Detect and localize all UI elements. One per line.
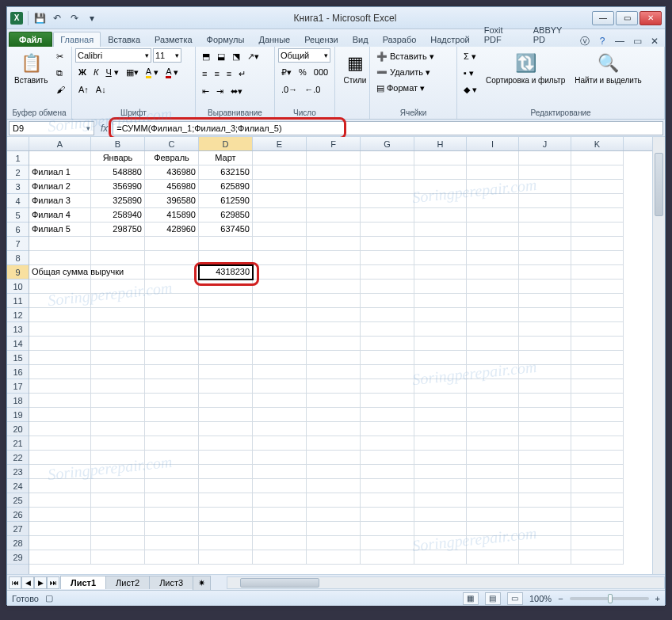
cell[interactable]	[307, 322, 361, 337]
tab-home[interactable]: Главная	[53, 32, 101, 47]
cell[interactable]	[414, 351, 467, 365]
cells[interactable]: ЯнварьФевральМартФилиал 1548880436980632…	[29, 151, 652, 574]
cell[interactable]	[253, 265, 307, 280]
cell[interactable]	[253, 479, 307, 493]
cell[interactable]	[361, 237, 414, 251]
cell[interactable]	[199, 351, 253, 365]
cell[interactable]	[145, 265, 199, 280]
redo-icon[interactable]: ↷	[68, 12, 81, 25]
row-header-21[interactable]: 21	[7, 436, 29, 451]
doc-restore-icon[interactable]: ▭	[632, 36, 643, 47]
cell[interactable]	[145, 251, 199, 265]
cell[interactable]	[414, 408, 467, 422]
cell[interactable]	[414, 265, 467, 280]
cell[interactable]	[414, 536, 467, 550]
cell[interactable]	[145, 237, 199, 251]
cell[interactable]	[467, 365, 519, 379]
zoom-out-button[interactable]: −	[558, 594, 563, 603]
cell[interactable]	[29, 536, 91, 550]
cell[interactable]	[29, 493, 91, 508]
cell[interactable]	[29, 422, 91, 436]
cell[interactable]	[199, 251, 253, 265]
cell[interactable]	[91, 508, 145, 522]
cell[interactable]	[519, 322, 571, 337]
cell[interactable]	[571, 180, 624, 194]
vscroll-thumb[interactable]	[655, 153, 663, 216]
cell[interactable]	[91, 379, 145, 394]
vertical-scrollbar[interactable]	[652, 137, 665, 574]
row-header-17[interactable]: 17	[7, 379, 29, 394]
cell[interactable]: 629850	[199, 208, 253, 223]
cell[interactable]	[307, 479, 361, 493]
cell[interactable]	[91, 294, 145, 308]
cell[interactable]	[571, 493, 624, 508]
cell[interactable]	[361, 208, 414, 223]
cell[interactable]	[571, 365, 624, 379]
sheet-last-icon[interactable]: ⏭	[47, 576, 59, 589]
cell[interactable]	[307, 436, 361, 451]
cell[interactable]	[571, 408, 624, 422]
file-tab[interactable]: Файл	[9, 32, 52, 47]
cell[interactable]	[91, 394, 145, 408]
row-header-18[interactable]: 18	[7, 394, 29, 408]
cell[interactable]	[145, 351, 199, 365]
cell[interactable]	[414, 422, 467, 436]
cell[interactable]	[307, 265, 361, 280]
cell[interactable]	[29, 337, 91, 351]
tab-data[interactable]: Данные	[251, 32, 297, 47]
cell[interactable]	[307, 422, 361, 436]
cell[interactable]	[253, 308, 307, 322]
row-header-12[interactable]: 12	[7, 308, 29, 322]
number-format-select[interactable]: Общий▾	[278, 48, 330, 63]
cell[interactable]	[307, 294, 361, 308]
decrease-indent-button[interactable]: ⇤	[199, 83, 212, 99]
cell[interactable]	[145, 379, 199, 394]
cell[interactable]	[519, 351, 571, 365]
cell[interactable]	[414, 337, 467, 351]
cell[interactable]	[519, 308, 571, 322]
undo-icon[interactable]: ↶	[51, 12, 63, 25]
cell[interactable]	[29, 280, 91, 294]
cell[interactable]: Февраль	[145, 151, 199, 165]
insert-cells-button[interactable]: ➕Вставить ▾	[373, 48, 453, 64]
font-name-select[interactable]: Calibri▾	[75, 48, 151, 63]
cell[interactable]	[519, 436, 571, 451]
find-select-button[interactable]: 🔍 Найти и выделить	[571, 48, 645, 107]
cell[interactable]	[467, 422, 519, 436]
cell[interactable]	[519, 237, 571, 251]
cell[interactable]	[145, 308, 199, 322]
cell[interactable]	[519, 165, 571, 180]
col-header-C[interactable]: C	[145, 137, 199, 150]
cell[interactable]	[307, 223, 361, 237]
cell[interactable]	[145, 422, 199, 436]
cell[interactable]	[199, 508, 253, 522]
cell[interactable]	[571, 522, 624, 536]
cell[interactable]	[145, 550, 199, 565]
cell[interactable]	[571, 165, 624, 180]
cell[interactable]: Филиал 4	[29, 208, 91, 223]
cell[interactable]	[467, 351, 519, 365]
cell[interactable]: 625890	[199, 180, 253, 194]
fill-button[interactable]: ▪▾	[460, 65, 480, 81]
sheet-tab-1[interactable]: Лист1	[60, 576, 106, 589]
cell[interactable]	[307, 508, 361, 522]
cell[interactable]	[199, 394, 253, 408]
col-header-B[interactable]: B	[91, 137, 145, 150]
border-button[interactable]: ▦▾	[123, 64, 142, 80]
cell[interactable]	[253, 322, 307, 337]
italic-button[interactable]: К	[90, 64, 101, 80]
cell[interactable]	[361, 280, 414, 294]
cell[interactable]	[91, 451, 145, 465]
cell[interactable]	[467, 408, 519, 422]
cell[interactable]	[519, 479, 571, 493]
cell[interactable]: 428960	[145, 223, 199, 237]
cell[interactable]	[253, 208, 307, 223]
cell[interactable]	[571, 351, 624, 365]
row-header-7[interactable]: 7	[7, 237, 29, 251]
cell[interactable]	[307, 465, 361, 479]
close-button[interactable]: ✕	[640, 11, 662, 25]
cell[interactable]	[145, 436, 199, 451]
cell[interactable]	[91, 351, 145, 365]
cell[interactable]	[519, 451, 571, 465]
cell[interactable]	[519, 294, 571, 308]
